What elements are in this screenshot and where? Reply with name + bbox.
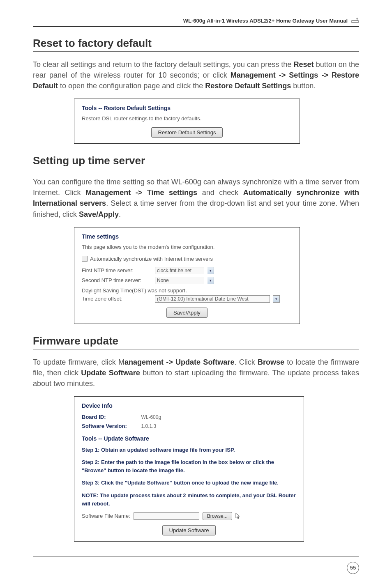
header-title: WL-600g All-in-1 Wireless ADSL2/2+ Home … bbox=[183, 18, 348, 24]
text-bold: anagement -> Update Software bbox=[125, 358, 234, 366]
manual-header: WL-600g All-in-1 Wireless ADSL2/2+ Home … bbox=[33, 16, 359, 27]
update-software-button[interactable]: Update Software bbox=[162, 525, 216, 535]
first-ntp-label: First NTP time server: bbox=[82, 267, 152, 273]
second-ntp-label: Second NTP time server: bbox=[82, 277, 152, 283]
browse-button[interactable]: Browse... bbox=[203, 512, 232, 520]
second-ntp-select[interactable]: None bbox=[155, 277, 204, 284]
section-heading-time: Setting up time server bbox=[33, 154, 359, 169]
cursor-icon bbox=[235, 513, 240, 519]
board-id-label: Board ID: bbox=[82, 414, 139, 420]
text: to open the configuration page and click… bbox=[58, 82, 205, 90]
firmware-paragraph: To update firmware, click Management -> … bbox=[33, 357, 359, 389]
software-version-label: Software Version: bbox=[82, 423, 139, 429]
time-settings-screenshot: Time settings This page allows you to th… bbox=[74, 227, 300, 324]
time-paragraph: You can configure the time setting so th… bbox=[33, 177, 359, 219]
board-id-value: WL-600g bbox=[141, 414, 161, 420]
checkbox-label: Automatically synchronize with Internet … bbox=[90, 256, 213, 262]
section-heading-firmware: Firmware update bbox=[33, 335, 359, 349]
section-heading-reset: Reset to factory default bbox=[33, 37, 359, 52]
reset-paragraph: To clear all settings and return to the … bbox=[33, 59, 359, 91]
ss-title: Time settings bbox=[82, 233, 292, 240]
first-ntp-select[interactable]: clock.fmt.he.net bbox=[155, 267, 204, 274]
auto-sync-checkbox[interactable] bbox=[82, 256, 88, 262]
text: . Click bbox=[234, 358, 258, 366]
text: button. bbox=[291, 82, 316, 90]
svg-rect-0 bbox=[352, 21, 358, 23]
ss-desc: Restore DSL router settings to the facto… bbox=[82, 115, 292, 122]
tz-offset-select[interactable]: (GMT-12:00) International Date Line West bbox=[155, 295, 270, 303]
chevron-down-icon[interactable]: ▾ bbox=[208, 277, 214, 284]
text: and check bbox=[197, 188, 243, 197]
dst-note: Daylight Saving Time(DST) was not suppor… bbox=[82, 287, 292, 294]
step-2: Step 2: Enter the path to the image file… bbox=[82, 458, 296, 475]
restore-defaults-screenshot: Tools -- Restore Default Settings Restor… bbox=[74, 99, 300, 144]
text-bold: Save/Apply bbox=[79, 210, 119, 218]
software-version-value: 1.0.1.3 bbox=[141, 423, 156, 429]
text: To update firmware, click M bbox=[33, 358, 125, 366]
step-3: Step 3: Click the "Update Software" butt… bbox=[82, 479, 296, 487]
page-footer: 55 bbox=[33, 556, 359, 574]
ss-title: Tools -- Restore Default Settings bbox=[82, 105, 292, 111]
text-bold: Browse bbox=[258, 358, 284, 366]
router-icon bbox=[351, 16, 359, 25]
device-info-title: Device Info bbox=[82, 402, 296, 409]
text-bold: Update Software bbox=[81, 369, 140, 377]
software-file-input[interactable] bbox=[134, 512, 199, 520]
restore-default-button[interactable]: Restore Default Settings bbox=[151, 127, 223, 138]
tools-update-title: Tools -- Update Software bbox=[82, 435, 296, 442]
software-file-label: Software File Name: bbox=[82, 513, 130, 519]
update-software-screenshot: Device Info Board ID: WL-600g Software V… bbox=[74, 396, 304, 542]
text-bold: Management -> Time settings bbox=[85, 188, 197, 197]
chevron-down-icon[interactable]: ▾ bbox=[273, 295, 280, 303]
page-number: 55 bbox=[347, 562, 359, 574]
text-bold: Restore Default Settings bbox=[205, 82, 291, 90]
update-note: NOTE: The update process takes about 2 m… bbox=[82, 492, 296, 508]
text-bold: Reset bbox=[293, 60, 314, 69]
step-1: Step 1: Obtain an updated software image… bbox=[82, 446, 296, 454]
text: . bbox=[119, 210, 121, 218]
text: To clear all settings and return to the … bbox=[33, 60, 293, 69]
save-apply-button[interactable]: Save/Apply bbox=[166, 308, 208, 318]
ss-desc: This page allows you to the modem's time… bbox=[82, 244, 292, 250]
tz-offset-label: Time zone offset: bbox=[82, 296, 152, 302]
chevron-down-icon[interactable]: ▾ bbox=[208, 267, 214, 274]
